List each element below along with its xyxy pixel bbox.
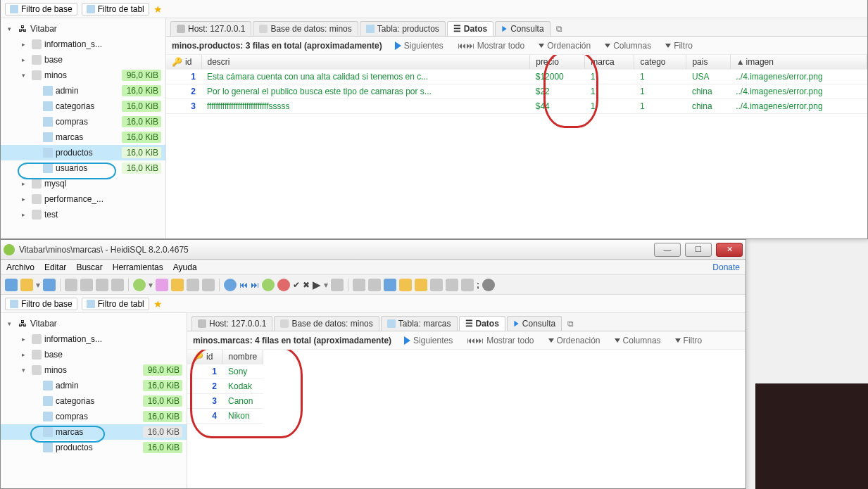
copy-icon[interactable]	[65, 279, 77, 291]
menu-buscar[interactable]: Buscar	[76, 262, 102, 272]
database-node[interactable]: ▸ base	[1, 347, 187, 362]
tool-icon[interactable]	[202, 279, 215, 291]
table-node-admin[interactable]: admin 16,0 KiB	[1, 378, 187, 393]
database-node[interactable]: ▸ test	[1, 207, 165, 222]
tab-query[interactable]: Consulta	[507, 316, 562, 331]
tab-query[interactable]: Consulta	[495, 21, 550, 36]
cell-id[interactable]: 2	[166, 84, 201, 99]
table-row[interactable]: 2Por lo general el publico busca este ti…	[166, 84, 867, 99]
dropdown-icon[interactable]: ▾	[36, 280, 40, 290]
add-icon[interactable]	[262, 279, 275, 291]
table-node-productos[interactable]: productos 16,0 KiB	[1, 440, 187, 455]
cell-id[interactable]: 4	[187, 409, 222, 424]
user-manager-icon[interactable]	[156, 279, 168, 291]
table-row[interactable]: 1Esta cámara cuenta con una alta calidad…	[166, 70, 867, 84]
column-header-id[interactable]: 🔑id	[166, 55, 201, 70]
cell-imagen[interactable]: ../4.imagenes/error.png	[730, 84, 867, 99]
tab-db[interactable]: Base de datos: minos	[253, 21, 358, 36]
tool-icon[interactable]	[187, 279, 199, 291]
column-header-precio[interactable]: precio	[530, 55, 585, 70]
collapse-icon[interactable]: ▾	[8, 320, 15, 327]
run-query-icon[interactable]: ▶	[313, 279, 321, 291]
table-node-admin[interactable]: admin 16,0 KiB	[1, 83, 165, 99]
cell-marca[interactable]: 1	[585, 99, 634, 114]
cell-id[interactable]: 1	[187, 364, 222, 379]
dropdown-icon[interactable]: ▾	[149, 280, 153, 290]
show-all-button[interactable]: ⏮⏭Mostrar todo	[458, 41, 524, 51]
connection-node[interactable]: ▾ 🖧 Vitabar	[1, 316, 187, 331]
column-header-id[interactable]: 🔑id	[187, 350, 222, 364]
tab-host[interactable]: Host: 127.0.0.1	[191, 316, 272, 331]
column-header-imagen[interactable]: ▲imagen	[730, 55, 867, 70]
expand-icon[interactable]: ▸	[22, 211, 29, 218]
table-node-marcas[interactable]: marcas 16,0 KiB	[1, 129, 165, 145]
table-row[interactable]: 3ffffffffffffffffffffffffffffsssss$4411c…	[166, 99, 867, 114]
table-node-compras[interactable]: compras 16,0 KiB	[1, 409, 187, 424]
tab-table[interactable]: Tabla: productos	[360, 21, 446, 36]
tool-icon[interactable]	[384, 279, 396, 291]
table-row[interactable]: 2Kodak	[187, 379, 263, 394]
tool-icon[interactable]	[224, 279, 237, 291]
filter-database-tab[interactable]: Filtro de base	[5, 298, 77, 310]
expand-icon[interactable]: ▸	[22, 196, 29, 203]
table-node-usuarios[interactable]: usuarios 16,0 KiB	[1, 160, 165, 176]
table-node-productos[interactable]: productos 16,0 KiB	[1, 145, 165, 160]
last-icon[interactable]: ⏭	[251, 280, 259, 290]
cell-id[interactable]: 3	[187, 394, 222, 409]
print-icon[interactable]	[111, 279, 124, 291]
database-node[interactable]: ▾ minos 96,0 KiB	[1, 68, 165, 83]
cell-nombre[interactable]: Canon	[222, 394, 263, 409]
tool-icon[interactable]	[20, 279, 33, 291]
cell-marca[interactable]: 1	[585, 70, 634, 84]
cell-precio[interactable]: $44	[530, 99, 585, 114]
tool-icon[interactable]	[415, 279, 427, 291]
tool-icon[interactable]	[399, 279, 412, 291]
tool-icon[interactable]	[446, 279, 458, 291]
tab-data[interactable]: ☰Datos	[459, 316, 505, 331]
cell-pais[interactable]: china	[686, 84, 730, 99]
cell-nombre[interactable]: Sony	[222, 364, 263, 379]
table-row[interactable]: 4Nikon	[187, 409, 263, 424]
tab-table[interactable]: Tabla: marcas	[381, 316, 458, 331]
database-node[interactable]: ▸ base	[1, 52, 165, 68]
favorite-star-icon[interactable]: ★	[153, 4, 163, 15]
cell-pais[interactable]: china	[686, 99, 730, 114]
connection-node[interactable]: ▾ 🖧 Vitabar	[1, 21, 165, 37]
column-header-catego[interactable]: catego	[634, 55, 686, 70]
next-rows-button[interactable]: Siguientes	[404, 336, 453, 345]
semicolon-icon[interactable]: ;	[477, 280, 479, 290]
tab-data[interactable]: ☰Datos	[447, 21, 493, 36]
cell-precio[interactable]: $12000	[530, 70, 585, 84]
tab-db[interactable]: Base de datos: minos	[274, 316, 379, 331]
database-node[interactable]: ▸ mysql	[1, 176, 165, 191]
filter-database-tab[interactable]: Filtro de base	[5, 3, 77, 15]
columns-menu[interactable]: Columnas	[615, 336, 661, 345]
table-row[interactable]: 1Sony	[187, 364, 263, 379]
expand-icon[interactable]: ▸	[22, 351, 29, 358]
tool-icon[interactable]	[331, 279, 344, 291]
menu-ayuda[interactable]: Ayuda	[173, 262, 197, 272]
new-tab-button[interactable]: ⧉	[563, 317, 578, 331]
donate-link[interactable]: Donate	[712, 262, 740, 272]
maximize-button[interactable]: ☐	[685, 243, 712, 257]
cell-id[interactable]: 2	[187, 379, 222, 394]
sort-menu[interactable]: Ordenación	[548, 336, 600, 345]
tool-icon[interactable]	[5, 279, 18, 291]
cell-nombre[interactable]: Nikon	[222, 409, 263, 424]
tool-icon[interactable]	[96, 279, 108, 291]
expand-icon[interactable]: ▸	[22, 56, 29, 63]
database-node[interactable]: ▸ performance_...	[1, 191, 165, 207]
database-node[interactable]: ▾ minos 96,0 KiB	[1, 362, 187, 378]
paste-icon[interactable]	[80, 279, 93, 291]
cell-precio[interactable]: $22	[530, 84, 585, 99]
sort-menu[interactable]: Ordenación	[539, 41, 591, 51]
tool-icon[interactable]	[368, 279, 381, 291]
cell-descri[interactable]: ffffffffffffffffffffffffffffsssss	[201, 99, 530, 114]
expand-icon[interactable]: ▸	[22, 41, 29, 48]
cell-id[interactable]: 1	[166, 70, 201, 84]
collapse-icon[interactable]: ▾	[22, 72, 29, 79]
column-header-pais[interactable]: pais	[686, 55, 730, 70]
tool-icon[interactable]	[430, 279, 443, 291]
exit-icon[interactable]	[482, 279, 495, 291]
cell-imagen[interactable]: ../4.imagenes/error.png	[730, 70, 867, 84]
